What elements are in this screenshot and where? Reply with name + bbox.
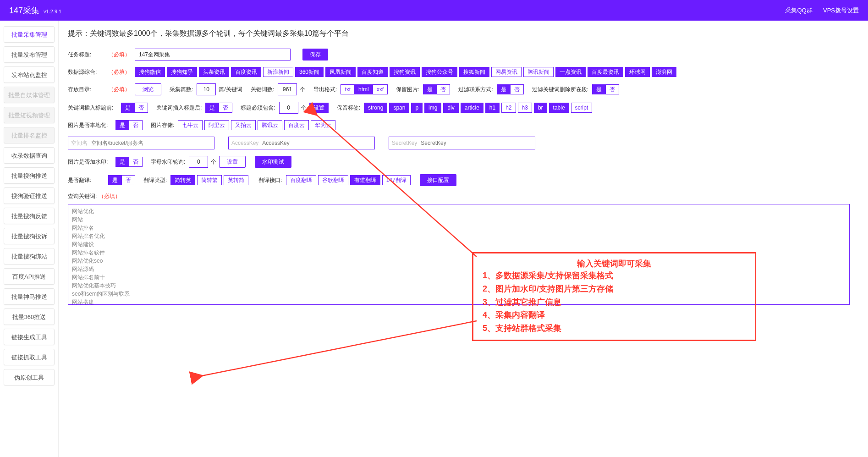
link-vps-setting[interactable]: VPS拨号设置 bbox=[823, 7, 859, 14]
label-trans-api: 翻译接口: bbox=[258, 176, 282, 184]
label-export-fmt: 导出格式: bbox=[313, 86, 337, 94]
title-must-input[interactable] bbox=[279, 102, 298, 114]
source-tag[interactable]: 搜狗知乎 bbox=[167, 67, 197, 77]
label-filter-para: 过滤关键词删除所在段: bbox=[532, 86, 588, 94]
source-tag[interactable]: 腾讯新闻 bbox=[523, 67, 554, 77]
source-tag[interactable]: 头条资讯 bbox=[199, 67, 229, 77]
source-tag[interactable]: 新浪新闻 bbox=[263, 67, 293, 77]
fmt-option[interactable]: html bbox=[355, 84, 373, 94]
label-kw-count: 关键词数: bbox=[251, 86, 274, 94]
kw-before-seg: 是 否 bbox=[121, 103, 148, 113]
source-tag[interactable]: 百度资讯 bbox=[231, 67, 261, 77]
collect-count-input[interactable] bbox=[197, 83, 216, 95]
source-tag[interactable]: 搜狗公众号 bbox=[422, 67, 457, 77]
opt-no[interactable]: 否 bbox=[511, 84, 524, 94]
wm-seq-set-button[interactable]: 设置 bbox=[219, 156, 246, 168]
source-tag[interactable]: 凤凰新闻 bbox=[325, 67, 356, 77]
source-tag[interactable]: 360新闻 bbox=[295, 67, 324, 77]
store-tag[interactable]: 七牛云 bbox=[178, 120, 203, 130]
sidebar-item[interactable]: 批量搜狗推送 bbox=[4, 167, 55, 184]
keep-tag[interactable]: div bbox=[443, 103, 458, 113]
kw-count-input[interactable] bbox=[278, 83, 297, 95]
sidebar-item[interactable]: 收录数据查询 bbox=[4, 147, 55, 164]
store-tag[interactable]: 百度云 bbox=[284, 120, 309, 130]
keep-tag[interactable]: p bbox=[411, 103, 423, 113]
store-tag[interactable]: 阿里云 bbox=[204, 120, 229, 130]
sidebar-item[interactable]: 伪原创工具 bbox=[4, 369, 55, 385]
browse-button[interactable]: 浏览 bbox=[135, 83, 161, 95]
fmt-option[interactable]: txt bbox=[341, 84, 355, 94]
label-wm-seq: 字母水印轮询: bbox=[151, 158, 185, 166]
trans-type-tag[interactable]: 英转简 bbox=[224, 175, 248, 185]
store-tag[interactable]: 腾讯云 bbox=[258, 120, 282, 130]
wm-seq-input[interactable] bbox=[189, 156, 208, 168]
source-tag[interactable]: 搜狗微信 bbox=[135, 67, 165, 77]
sidebar-item[interactable]: 发布站点监控 bbox=[4, 66, 55, 83]
watermark-test-button[interactable]: 水印测试 bbox=[255, 156, 291, 168]
keep-tag[interactable]: strong bbox=[364, 103, 387, 113]
source-tag[interactable]: 搜狗资讯 bbox=[390, 67, 420, 77]
label-kw-after: 关键词插入标题后: bbox=[156, 104, 202, 112]
sidebar-item[interactable]: 批量发布管理 bbox=[4, 46, 55, 63]
label-img-local: 图片是否本地化: bbox=[68, 121, 113, 129]
store-tag[interactable]: 华为云 bbox=[311, 120, 335, 130]
source-tag[interactable]: 环球网 bbox=[625, 67, 650, 77]
translate-seg: 是 否 bbox=[108, 175, 135, 185]
trans-api-tag[interactable]: 有道翻译 bbox=[350, 175, 380, 185]
title-must-set-button[interactable]: 设置 bbox=[309, 103, 329, 113]
keep-tag[interactable]: h2 bbox=[501, 103, 516, 113]
keep-tag[interactable]: table bbox=[549, 103, 569, 113]
sidebar-item[interactable]: 搜狗验证推送 bbox=[4, 187, 55, 204]
fmt-seg: txthtmlxxf bbox=[341, 84, 388, 94]
sidebar: 批量采集管理批量发布管理发布站点监控批量自媒体管理批量短视频管理批量排名监控收录… bbox=[0, 21, 59, 457]
opt-no[interactable]: 否 bbox=[606, 84, 619, 94]
trans-api-tag[interactable]: 百度翻译 bbox=[286, 175, 316, 185]
space-name-field[interactable]: 空间名 bbox=[68, 137, 214, 149]
trans-api-tag[interactable]: 147翻译 bbox=[382, 175, 411, 185]
opt-yes[interactable]: 是 bbox=[423, 84, 437, 94]
source-tag[interactable]: 百度知道 bbox=[357, 67, 388, 77]
sidebar-item[interactable]: 批量搜狗反馈 bbox=[4, 208, 55, 224]
task-title-input[interactable] bbox=[135, 49, 291, 61]
source-tag[interactable]: 澎湃网 bbox=[652, 67, 676, 77]
sidebar-item[interactable]: 链接生成工具 bbox=[4, 329, 55, 345]
opt-yes[interactable]: 是 bbox=[592, 84, 606, 94]
accesskey-field[interactable]: AccessKey bbox=[228, 137, 375, 149]
space-name-input[interactable] bbox=[91, 140, 211, 146]
link-qq-group[interactable]: 采集QQ群 bbox=[785, 7, 812, 14]
keep-tag[interactable]: span bbox=[389, 103, 409, 113]
opt-no[interactable]: 否 bbox=[437, 84, 450, 94]
sidebar-item[interactable]: 批量搜狗投诉 bbox=[4, 228, 55, 244]
source-tag[interactable]: 百度最资讯 bbox=[588, 67, 623, 77]
sidebar-item[interactable]: 链接抓取工具 bbox=[4, 349, 55, 365]
sidebar-item[interactable]: 批量360推送 bbox=[4, 308, 55, 325]
trans-type-tag[interactable]: 简转英 bbox=[170, 175, 195, 185]
opt-yes[interactable]: 是 bbox=[497, 84, 511, 94]
source-tag[interactable]: 一点资讯 bbox=[555, 67, 586, 77]
sidebar-item[interactable]: 百度API推送 bbox=[4, 268, 55, 285]
keep-tag[interactable]: h3 bbox=[518, 103, 532, 113]
fmt-option[interactable]: xxf bbox=[373, 84, 388, 94]
keep-tag[interactable]: br bbox=[534, 103, 547, 113]
keep-tag[interactable]: h1 bbox=[485, 103, 500, 113]
img-local-seg: 是 否 bbox=[115, 120, 143, 130]
accesskey-input[interactable] bbox=[262, 140, 372, 146]
watermark-seg: 是 否 bbox=[115, 157, 143, 167]
keep-tag[interactable]: script bbox=[571, 103, 593, 113]
api-config-button[interactable]: 接口配置 bbox=[420, 174, 456, 186]
trans-type-tag[interactable]: 简转繁 bbox=[197, 175, 222, 185]
source-tag[interactable]: 搜狐新闻 bbox=[459, 67, 489, 77]
secretkey-field[interactable]: SecretKey bbox=[389, 137, 535, 149]
sidebar-item[interactable]: 批量采集管理 bbox=[4, 26, 55, 43]
source-tag[interactable]: 网易资讯 bbox=[491, 67, 522, 77]
save-button[interactable]: 保存 bbox=[302, 49, 328, 61]
trans-api-tag[interactable]: 谷歌翻译 bbox=[318, 175, 348, 185]
secretkey-input[interactable] bbox=[421, 140, 532, 146]
keep-tag[interactable]: img bbox=[424, 103, 441, 113]
keep-tag[interactable]: article bbox=[461, 103, 483, 113]
label-img-store: 图片存储: bbox=[151, 121, 174, 129]
required-mark: （必填） bbox=[108, 51, 130, 59]
store-tag[interactable]: 又拍云 bbox=[231, 120, 256, 130]
sidebar-item[interactable]: 批量神马推送 bbox=[4, 288, 55, 305]
sidebar-item[interactable]: 批量搜狗绑站 bbox=[4, 248, 55, 264]
